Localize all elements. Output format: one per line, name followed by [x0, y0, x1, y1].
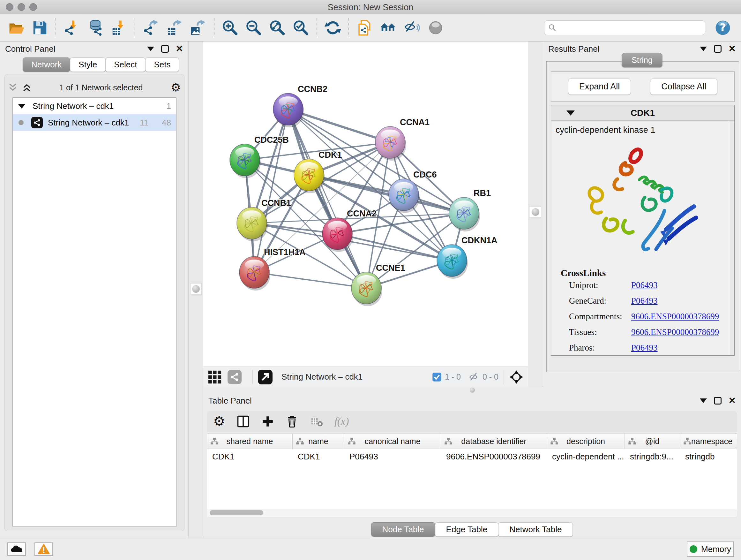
tab-select[interactable]: Select [105, 57, 145, 72]
network-node[interactable]: CDKN1A [437, 236, 497, 279]
birdseye-button[interactable] [509, 370, 524, 384]
collapse-triangle-icon[interactable] [566, 111, 575, 116]
zoom-selected-button[interactable] [290, 17, 312, 38]
table-row[interactable]: CDK1CDK1P064939606.ENSP00000378699cyclin… [207, 449, 737, 464]
float-panel-icon[interactable] [161, 45, 169, 53]
delete-column-button[interactable] [285, 415, 299, 428]
left-splitter[interactable] [188, 42, 203, 538]
import-table-button[interactable] [109, 17, 130, 38]
panel-menu-icon[interactable] [147, 47, 154, 51]
export-network-button[interactable] [140, 17, 161, 38]
network-view[interactable]: CCNB2CCNA1CDC25BCDK1CDC6RB1CCNB1CCNA2CDK… [203, 42, 528, 387]
crosslink-link[interactable]: P06493 [631, 280, 658, 290]
expand-all-icon[interactable] [22, 83, 31, 92]
network-edge[interactable] [254, 272, 366, 288]
collapse-triangle-icon[interactable] [18, 104, 25, 109]
open-session-button[interactable] [6, 17, 27, 38]
crosslink-link[interactable]: P06493 [631, 343, 658, 353]
tab-network[interactable]: Network [23, 57, 70, 72]
import-network-database-button[interactable] [85, 17, 106, 38]
detach-view-button[interactable] [258, 370, 273, 384]
zoom-in-button[interactable] [219, 17, 241, 38]
memory-button[interactable]: Memory [687, 542, 734, 557]
cloud-status-button[interactable] [7, 543, 26, 556]
results-splitter-handle[interactable] [530, 206, 541, 218]
crosslink-link[interactable]: 9606.ENSP00000378699 [631, 312, 719, 321]
column-header-canonical-name[interactable]: canonical name [344, 434, 441, 449]
gear-icon[interactable]: ⚙ [171, 82, 181, 93]
grid-view-button[interactable] [208, 370, 222, 384]
table-settings-button[interactable]: ⚙ [213, 416, 225, 427]
close-panel-icon[interactable]: ✕ [729, 45, 736, 53]
panel-menu-icon[interactable] [700, 398, 707, 403]
table-cell[interactable]: cyclin-dependent ... [547, 449, 625, 464]
close-panel-icon[interactable]: ✕ [176, 45, 183, 53]
tab-style[interactable]: Style [70, 57, 106, 72]
table-cell[interactable]: CDK1 [293, 449, 344, 464]
tab-node-table[interactable]: Node Table [371, 522, 435, 537]
network-node[interactable]: CDC6 [389, 170, 437, 213]
results-scrollbar[interactable] [730, 121, 734, 355]
network-edge[interactable] [288, 109, 366, 288]
first-neighbors-button[interactable] [378, 17, 399, 38]
expand-all-button[interactable]: Expand All [568, 78, 631, 95]
column-header-shared-name[interactable]: shared name [207, 434, 293, 449]
column-header-description[interactable]: description [547, 434, 625, 449]
column-header-database-identifier[interactable]: database identifier [441, 434, 547, 449]
accordion-header[interactable]: CDK1 [551, 105, 734, 121]
column-header-name[interactable]: name [293, 434, 344, 449]
delete-table-button[interactable] [310, 415, 324, 428]
tab-sets[interactable]: Sets [145, 57, 179, 72]
collapse-all-icon[interactable] [8, 83, 17, 92]
close-panel-icon[interactable]: ✕ [729, 397, 736, 405]
table-splitter-handle[interactable] [470, 388, 475, 393]
float-panel-icon[interactable] [714, 45, 722, 53]
zoom-fit-button[interactable] [267, 17, 288, 38]
network-node[interactable]: CDK1 [294, 150, 342, 193]
import-network-file-button[interactable] [61, 17, 82, 38]
network-node[interactable]: CCNE1 [351, 263, 405, 306]
zoom-out-button[interactable] [243, 17, 264, 38]
add-column-button[interactable] [261, 415, 274, 428]
export-table-button[interactable] [164, 17, 185, 38]
tab-edge-table[interactable]: Edge Table [435, 522, 499, 537]
network-view-button[interactable] [227, 370, 242, 384]
crosslink-link[interactable]: 9606.ENSP00000378699 [631, 327, 719, 337]
table-cell[interactable]: stringdb:9... [625, 449, 680, 464]
search-field[interactable] [544, 20, 705, 35]
hide-selected-button[interactable] [401, 17, 422, 38]
table-cell[interactable]: CDK1 [207, 449, 293, 464]
left-splitter-handle[interactable] [190, 283, 202, 295]
duplicate-network-button[interactable] [354, 17, 375, 38]
panel-menu-icon[interactable] [700, 47, 707, 51]
network-edge[interactable] [309, 175, 464, 213]
column-header-namespace[interactable]: namespace [680, 434, 737, 449]
export-image-button[interactable] [188, 17, 209, 38]
tab-network-table[interactable]: Network Table [498, 522, 573, 537]
crosslink-link[interactable]: P06493 [631, 296, 658, 306]
save-session-button[interactable] [29, 17, 51, 38]
float-panel-icon[interactable] [714, 397, 722, 405]
results-splitter[interactable] [528, 42, 543, 387]
warning-status-button[interactable] [35, 543, 53, 556]
network-row[interactable]: String Network – cdk1 11 48 [13, 114, 176, 131]
tab-string[interactable]: String [622, 53, 662, 67]
table-splitter[interactable] [203, 387, 741, 393]
table-cell[interactable]: stringdb [680, 449, 737, 464]
network-canvas[interactable]: CCNB2CCNA1CDC25BCDK1CDC6RB1CCNB1CCNA2CDK… [203, 42, 528, 367]
scrollbar-thumb[interactable] [210, 510, 263, 515]
network-collection-row[interactable]: String Network – cdk1 1 [13, 98, 176, 114]
network-node[interactable]: CCNB2 [273, 84, 327, 127]
network-node[interactable]: CCNA1 [375, 118, 429, 161]
network-node[interactable]: HIST1H1A [239, 247, 306, 291]
column-header--id[interactable]: @id [625, 434, 680, 449]
network-node[interactable]: RB1 [449, 188, 491, 232]
table-cell[interactable]: P06493 [344, 449, 441, 464]
function-builder-button[interactable]: f(x) [334, 416, 349, 428]
table-horizontal-scrollbar[interactable] [207, 509, 737, 517]
show-columns-button[interactable] [236, 415, 250, 428]
help-button[interactable]: ? [712, 17, 733, 38]
refresh-view-button[interactable] [322, 17, 343, 38]
collapse-all-button[interactable]: Collapse All [650, 78, 718, 95]
search-input[interactable] [559, 23, 701, 32]
